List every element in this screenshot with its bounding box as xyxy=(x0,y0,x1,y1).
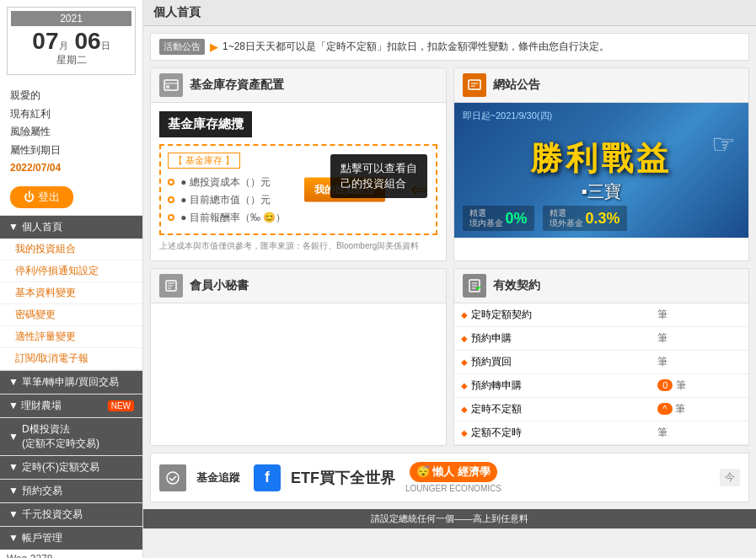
wea-text: Wea 3378 xyxy=(0,550,142,558)
nav-label-fixed: 定時(不)定額交易 xyxy=(22,460,99,475)
member-secretary-title: 會員小秘書 xyxy=(190,278,249,293)
rate-domestic-value: 0% xyxy=(506,210,528,228)
cursor-icon: ☞ xyxy=(711,128,736,160)
rate-foreign: 精選境外基金 0.3% xyxy=(543,206,627,231)
news-banner-sub: ▪三寶 xyxy=(582,180,621,203)
nav-arrow-reserve: ▼ xyxy=(8,485,19,496)
tracker-fb-icon: f xyxy=(254,464,281,491)
news-banner: 即日起~2021/9/30(四) 勝利戰益 ▪三寶 精選境內基金 0% xyxy=(454,103,749,238)
content-grid: 基金庫存資產配置 基金庫存總攬 【 基金庫存 】 ● 總投資成本（）元 ● 目前… xyxy=(150,67,749,446)
calendar-year: 2021 xyxy=(11,11,131,26)
nav-personal: ▼ 個人首頁 我的投資組合 停利/停損通知設定 基本資料變更 密碼變更 適性評量… xyxy=(0,215,142,370)
nav-arrow-financial: ▼ xyxy=(8,400,19,411)
nav-arrow-thousand: ▼ xyxy=(8,508,19,520)
news-title: 網站公告 xyxy=(493,78,540,93)
contract-row-4: ◆定時不定額 ^ 筆 xyxy=(454,398,749,421)
nav-header-reserve[interactable]: ▼ 預約交易 xyxy=(0,480,142,502)
nav-header-personal[interactable]: ▼ 個人首頁 xyxy=(0,216,142,239)
calendar: 2021 07月 06日 星期二 xyxy=(7,7,136,75)
fund-cost-label: ● 總投資成本（）元 xyxy=(180,176,271,188)
rate-domestic: 精選境內基金 0% xyxy=(463,206,534,231)
svg-point-5 xyxy=(167,472,179,484)
nav-label-single: 單筆/轉申購/買回交易 xyxy=(22,375,119,389)
nav-single: ▼ 單筆/轉申購/買回交易 xyxy=(0,370,142,394)
news-banner-rates: 精選境內基金 0% 精選境外基金 0.3% xyxy=(463,206,627,231)
valid-contract-header: 有效契約 xyxy=(454,269,749,303)
tracker-today: 今 xyxy=(720,469,740,486)
main-content: 個人首頁 活動公告 ▶ 1~28日天天都可以是「定時不定額」扣款日，扣款金額彈性… xyxy=(143,0,756,558)
svg-rect-2 xyxy=(469,80,480,89)
logout-button[interactable]: ⏻ 登出 xyxy=(10,186,73,208)
nav-thousand: ▼ 千元投資交易 xyxy=(0,502,142,526)
logout-icon: ⏻ xyxy=(24,190,35,203)
tracker-title: 基金追蹤 xyxy=(196,470,240,486)
fund-asset-body: 基金庫存總攬 【 基金庫存 】 ● 總投資成本（）元 ● 目前總市值（）元 ● … xyxy=(151,103,446,260)
nav-header-dmodel[interactable]: ▼ D模投資法 (定額不定時交易) xyxy=(0,418,142,455)
contract-row-3: ◆預約轉申購 0 筆 xyxy=(454,374,749,398)
fund-market-label: ● 目前總市值（）元 xyxy=(180,194,271,206)
sidebar-item-password[interactable]: 密碼變更 xyxy=(0,304,142,326)
nav-sub-dmodel: (定額不定時交易) xyxy=(22,437,99,449)
news-header: 網站公告 xyxy=(454,68,749,103)
sidebar-item-portfolio[interactable]: 我的投資組合 xyxy=(0,239,142,260)
contract-label-2: ◆預約買回 xyxy=(454,351,651,374)
fund-cost-circle xyxy=(168,179,174,185)
news-banner-date: 即日起~2021/9/30(四) xyxy=(463,110,553,122)
user-attr-date: 2022/07/04 xyxy=(10,159,132,178)
nav-arrow-dmodel: ▼ xyxy=(8,431,19,443)
notice-text: 1~28日天天都可以是「定時不定額」扣款日，扣款金額彈性變動，條件由您自行決定。 xyxy=(223,40,609,54)
nav-header-account[interactable]: ▼ 帳戶管理 xyxy=(0,527,142,550)
fund-dashed-box: 【 基金庫存 】 ● 總投資成本（）元 ● 目前總市值（）元 ● 目前報酬率（‰… xyxy=(159,144,437,235)
nav-header-thousand[interactable]: ▼ 千元投資交易 xyxy=(0,503,142,526)
contract-count-4: ^ 筆 xyxy=(651,398,748,421)
nav-header-financial[interactable]: ▼ 理財農場 NEW xyxy=(0,394,142,417)
contract-row-0: ◆定時定額契約 筆 xyxy=(454,303,749,327)
notice-arrow: ▶ xyxy=(210,41,217,53)
contract-pen-1: 筆 xyxy=(651,327,748,351)
user-risk: 風險屬性 xyxy=(10,123,132,142)
bottom-bar: 請設定總統任何一個——高上到任意料 xyxy=(143,509,756,528)
tracker-icon xyxy=(159,464,186,491)
valid-contract-icon xyxy=(463,274,486,298)
nav-label-reserve: 預約交易 xyxy=(22,484,62,498)
fund-asset-card: 基金庫存資產配置 基金庫存總攬 【 基金庫存 】 ● 總投資成本（）元 ● 目前… xyxy=(150,67,447,261)
nav-financial: ▼ 理財農場 NEW xyxy=(0,394,142,417)
sidebar-item-basicinfo[interactable]: 基本資料變更 xyxy=(0,282,142,304)
user-greeting: 親愛的 xyxy=(10,87,132,105)
fund-yield-row: ● 目前報酬率（‰ 😊） xyxy=(168,209,429,227)
fund-market-circle xyxy=(168,196,174,203)
news-body: 即日起~2021/9/30(四) 勝利戰益 ▪三寶 精選境內基金 0% xyxy=(454,103,749,238)
contract-count-3: 0 筆 xyxy=(651,374,748,398)
fund-note: 上述成本與市值僅供參考，匯率來源：各銀行、Bloomberg與美係資料 xyxy=(159,240,437,252)
user-info: 親愛的 現有紅利 風險屬性 屬性到期日 2022/07/04 xyxy=(0,82,142,183)
contract-pen-5: 筆 xyxy=(651,421,748,445)
fund-overview-title: 基金庫存總攬 xyxy=(159,111,252,137)
contract-label-1: ◆預約申購 xyxy=(454,327,651,351)
nav-arrow-single: ▼ xyxy=(8,376,19,388)
calendar-day: 06 xyxy=(75,28,101,54)
fund-yield-label: ● 目前報酬率（‰ 😊） xyxy=(180,212,286,223)
fund-asset-title: 基金庫存資產配置 xyxy=(190,78,284,93)
bottom-text: 請設定總統任何一個——高上到任意料 xyxy=(371,513,528,523)
fund-asset-icon xyxy=(159,73,183,97)
tracker-logo2-box: 😴 懶人 經濟學 LOUNGER ECONOMICS xyxy=(405,462,501,493)
page-title: 個人首頁 xyxy=(143,0,756,26)
sidebar-item-subscribe[interactable]: 訂閱/取消電子報 xyxy=(0,348,142,370)
nav-header-fixed[interactable]: ▼ 定時(不)定額交易 xyxy=(0,456,142,479)
contract-label-0: ◆定時定額契約 xyxy=(454,303,651,327)
user-dividend: 現有紅利 xyxy=(10,105,132,124)
nav-header-single[interactable]: ▼ 單筆/轉申購/買回交易 xyxy=(0,371,142,394)
tooltip-text: 點擊可以查看自己的投資組合 xyxy=(340,162,417,190)
svg-rect-1 xyxy=(166,85,169,89)
contract-row-5: ◆定額不定時 筆 xyxy=(454,421,749,445)
calendar-month: 07 xyxy=(32,28,58,54)
nav-arrow-personal: ▼ xyxy=(8,221,19,233)
fund-tracker-card: 基金追蹤 f ETF買下全世界 😴 懶人 經濟學 LOUNGER ECONOMI… xyxy=(150,453,749,502)
contract-pen-0: 筆 xyxy=(651,303,748,327)
rate-foreign-value: 0.3% xyxy=(586,210,620,228)
sidebar-item-stopnotice[interactable]: 停利/停損通知設定 xyxy=(0,260,142,282)
nav-reserve: ▼ 預約交易 xyxy=(0,479,142,502)
logout-label: 登出 xyxy=(38,190,60,205)
sidebar-item-suitability[interactable]: 適性評量變更 xyxy=(0,326,142,348)
nav-label-financial: 理財農場 xyxy=(21,400,62,411)
